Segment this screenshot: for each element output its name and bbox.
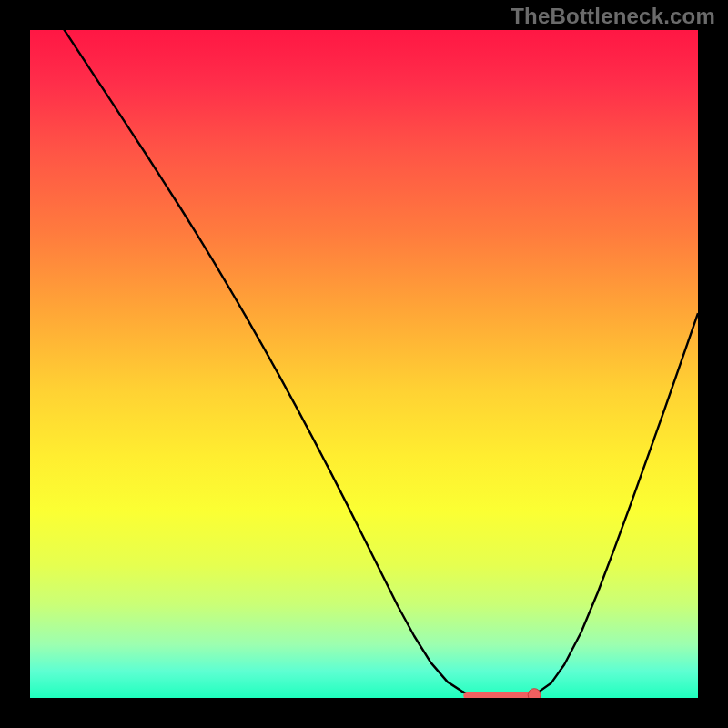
optimal-point-marker bbox=[528, 689, 541, 698]
chart-container: TheBottleneck.com bbox=[0, 0, 728, 728]
watermark-text: TheBottleneck.com bbox=[511, 4, 715, 29]
marks-svg bbox=[30, 30, 698, 698]
plot-area bbox=[30, 30, 698, 698]
